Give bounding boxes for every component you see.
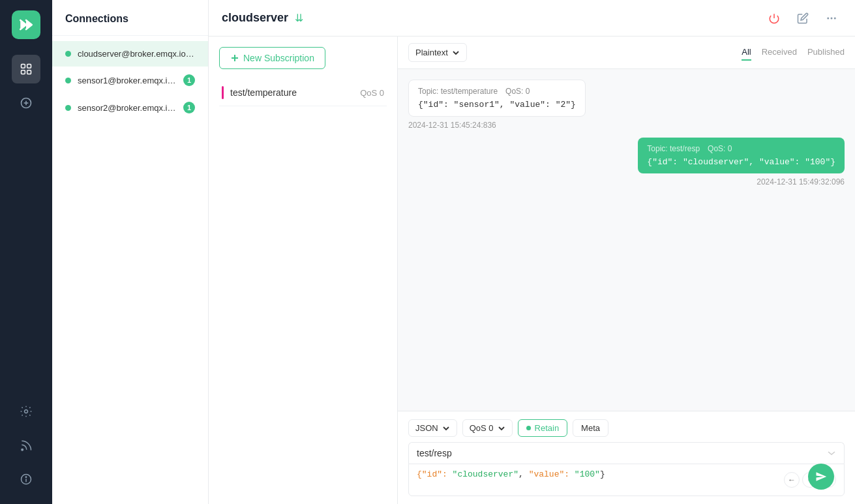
compose-format-select[interactable]: JSON bbox=[408, 419, 457, 437]
messages-list: Topic: test/temperature QoS: 0 {"id": "s… bbox=[398, 69, 855, 411]
svg-point-11 bbox=[25, 477, 26, 477]
compose-body-val2: "100" bbox=[575, 469, 600, 479]
compose-nav-prev-button[interactable]: ← bbox=[784, 472, 800, 488]
subscriptions-panel: New Subscription test/temperature QoS 0 bbox=[209, 37, 398, 504]
retain-indicator bbox=[526, 426, 531, 430]
nav-info-btn[interactable] bbox=[12, 465, 40, 494]
format-label: Plaintext bbox=[415, 48, 448, 57]
connection-badge: 1 bbox=[183, 74, 195, 86]
svg-rect-3 bbox=[27, 70, 31, 74]
message-topic-line: Topic: test/resp QoS: 0 bbox=[647, 144, 835, 153]
retain-button[interactable]: Retain bbox=[518, 419, 568, 437]
messages-panel: Plaintext All Received Published Topic: … bbox=[398, 37, 855, 504]
message-qos: QoS: 0 bbox=[505, 87, 530, 96]
compose-body-key1: {"id": bbox=[417, 469, 453, 479]
message-body: {"id": "sensor1", "value": "2"} bbox=[418, 100, 576, 110]
nav-settings-btn[interactable] bbox=[12, 397, 40, 426]
filter-tab-all[interactable]: All bbox=[742, 44, 751, 61]
expand-icon bbox=[827, 449, 836, 458]
main-area: cloudserver ⇊ bbox=[209, 0, 855, 504]
chevron-down-icon bbox=[452, 49, 460, 57]
connection-name: sensor1@broker.emqx.io:8084 bbox=[78, 76, 177, 85]
topbar-actions bbox=[764, 8, 842, 29]
plus-icon bbox=[230, 53, 239, 63]
subscription-item[interactable]: test/temperature QoS 0 bbox=[219, 80, 387, 106]
edit-button[interactable] bbox=[792, 8, 813, 29]
svg-rect-1 bbox=[27, 65, 31, 68]
connection-item-cloudserver[interactable]: cloudserver@broker.emqx.io:... bbox=[52, 41, 208, 67]
chevron-down-icon bbox=[442, 424, 450, 432]
message-qos: QoS: 0 bbox=[708, 144, 732, 153]
subscription-qos: QoS 0 bbox=[360, 88, 384, 98]
connection-name: sensor2@broker.emqx.io:8084 bbox=[78, 103, 177, 113]
content-area: New Subscription test/temperature QoS 0 … bbox=[209, 37, 855, 504]
sidebar: Connections cloudserver@broker.emqx.io:.… bbox=[52, 0, 209, 504]
svg-rect-2 bbox=[22, 70, 25, 74]
compose-format-label: JSON bbox=[415, 423, 438, 433]
svg-point-12 bbox=[827, 17, 829, 19]
compose-qos-label: QoS 0 bbox=[470, 423, 494, 433]
connection-status-dot bbox=[65, 51, 71, 57]
connection-status-dot bbox=[65, 105, 71, 111]
message-timestamp: 2024-12-31 15:49:32:096 bbox=[638, 177, 845, 186]
message-bubble: Topic: test/temperature QoS: 0 {"id": "s… bbox=[408, 80, 586, 117]
compose-toolbar: JSON QoS 0 Retain Meta bbox=[408, 419, 845, 437]
compose-topic-input[interactable] bbox=[417, 448, 827, 458]
connection-item-sensor2[interactable]: sensor2@broker.emqx.io:8084 1 bbox=[52, 94, 208, 121]
compose-body-text: {"id": "cloudserver", "value": "100"} bbox=[417, 469, 605, 479]
nav-connections-btn[interactable] bbox=[12, 55, 40, 83]
topbar-collapse-icon[interactable]: ⇊ bbox=[295, 12, 303, 24]
meta-label: Meta bbox=[581, 423, 600, 433]
chevron-down-icon bbox=[498, 424, 505, 432]
disconnect-button[interactable] bbox=[764, 8, 785, 29]
compose-wrapper: {"id": "cloudserver", "value": "100"} ← … bbox=[408, 442, 845, 496]
compose-topic-row bbox=[408, 442, 845, 464]
message-item-received: Topic: test/temperature QoS: 0 {"id": "s… bbox=[408, 80, 586, 130]
sidebar-title: Connections bbox=[52, 0, 208, 36]
connection-item-sensor1[interactable]: sensor1@broker.emqx.io:8084 1 bbox=[52, 67, 208, 94]
new-subscription-label: New Subscription bbox=[243, 53, 314, 63]
more-options-button[interactable] bbox=[821, 8, 842, 29]
compose-qos-select[interactable]: QoS 0 bbox=[462, 419, 513, 437]
compose-body-key2: "value": bbox=[529, 469, 575, 479]
format-select[interactable]: Plaintext bbox=[408, 43, 467, 62]
svg-point-8 bbox=[22, 449, 23, 451]
left-nav bbox=[0, 0, 52, 504]
message-toolbar: Plaintext All Received Published bbox=[398, 37, 855, 69]
message-topic: Topic: test/temperature bbox=[418, 87, 498, 96]
message-timestamp: 2024-12-31 15:45:24:836 bbox=[408, 121, 586, 130]
compose-body-comma: , bbox=[518, 469, 529, 479]
topbar-connection-name: cloudserver bbox=[222, 11, 288, 25]
meta-button[interactable]: Meta bbox=[573, 419, 608, 437]
svg-rect-0 bbox=[22, 65, 25, 68]
compose-body-val1: "cloudserver" bbox=[453, 469, 518, 479]
compose-area: JSON QoS 0 Retain Meta bbox=[398, 411, 855, 504]
connection-list: cloudserver@broker.emqx.io:... sensor1@b… bbox=[52, 36, 208, 504]
message-topic-line: Topic: test/temperature QoS: 0 bbox=[418, 87, 576, 96]
retain-label: Retain bbox=[535, 423, 560, 433]
compose-body-area[interactable]: {"id": "cloudserver", "value": "100"} ← … bbox=[408, 464, 845, 496]
topbar: cloudserver ⇊ bbox=[209, 0, 855, 37]
subscription-list: test/temperature QoS 0 bbox=[219, 80, 387, 494]
send-button[interactable] bbox=[808, 464, 834, 490]
connection-status-dot bbox=[65, 78, 71, 83]
send-icon bbox=[815, 471, 827, 482]
subscription-color-indicator bbox=[222, 86, 224, 99]
message-body: {"id": "cloudserver", "value": "100"} bbox=[647, 157, 835, 167]
compose-body-close: } bbox=[600, 469, 605, 479]
connection-name: cloudserver@broker.emqx.io:... bbox=[78, 49, 195, 59]
new-subscription-button[interactable]: New Subscription bbox=[219, 47, 325, 69]
nav-add-btn[interactable] bbox=[12, 89, 40, 117]
connection-badge: 1 bbox=[183, 102, 195, 113]
svg-point-14 bbox=[834, 17, 836, 19]
nav-feed-btn[interactable] bbox=[12, 431, 40, 460]
filter-tabs: All Received Published bbox=[742, 44, 845, 61]
filter-tab-received[interactable]: Received bbox=[762, 44, 797, 61]
app-logo[interactable] bbox=[12, 10, 40, 39]
filter-tab-published[interactable]: Published bbox=[807, 44, 845, 61]
message-topic: Topic: test/resp bbox=[647, 144, 700, 153]
message-bubble: Topic: test/resp QoS: 0 {"id": "cloudser… bbox=[638, 138, 845, 173]
svg-point-13 bbox=[831, 17, 833, 19]
message-item-sent: Topic: test/resp QoS: 0 {"id": "cloudser… bbox=[638, 138, 845, 186]
subscription-topic: test/temperature bbox=[230, 87, 360, 98]
